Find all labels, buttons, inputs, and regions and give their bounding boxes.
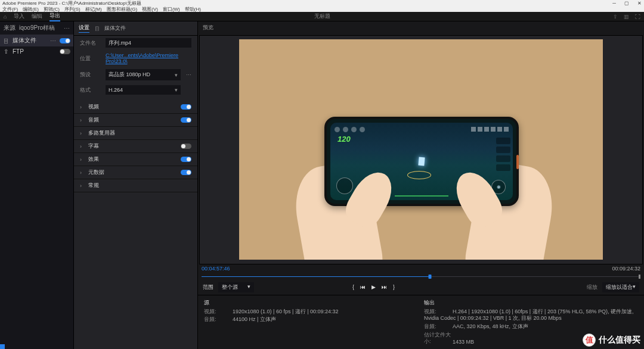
minimize-button[interactable]: ─ <box>612 1 616 6</box>
summary-panel: 源 视频:1920x1080 (1.0) | 60 fps | 递行 | 00:… <box>198 295 644 349</box>
status-indicator <box>0 344 5 349</box>
tab-import[interactable]: 导入 <box>14 13 24 21</box>
play-icon[interactable]: ▶ <box>371 284 376 290</box>
output-audio-summary: AAC, 320 Kbps, 48 kHz, 立体声 <box>453 323 528 329</box>
project-title: 无标题 <box>314 13 330 20</box>
group-audio[interactable]: › 音频 <box>74 114 197 127</box>
preset-label: 预设 <box>80 71 101 79</box>
settings-tab-settings[interactable]: 设置 <box>79 24 89 33</box>
preview-label: 预览 <box>203 24 213 32</box>
export-icon: ⌸ <box>95 26 98 32</box>
settings-tab-media[interactable]: 媒体文件 <box>104 24 126 32</box>
chevron-right-icon: › <box>80 170 85 176</box>
menu-edit[interactable]: 编辑(E) <box>20 6 41 13</box>
filename-input[interactable] <box>106 38 191 48</box>
timecode-duration: 00:09:24:32 <box>612 266 640 272</box>
group-toggle[interactable] <box>181 170 191 175</box>
preview-viewport[interactable]: 120 ❋ 2.5 <box>199 35 643 264</box>
group-toggle[interactable] <box>181 117 191 123</box>
menu-graphics[interactable]: 图形和标题(G) <box>104 6 140 13</box>
chevron-right-icon: › <box>80 157 85 163</box>
mark-in-icon[interactable]: { <box>352 284 354 290</box>
chevron-right-icon: › <box>80 117 85 123</box>
format-label: 格式 <box>80 86 101 94</box>
source-audio-summary: 44100 Hz | 立体声 <box>233 316 276 322</box>
source-more-icon[interactable]: ⋯ <box>64 25 70 32</box>
tab-edit[interactable]: 编辑 <box>32 13 42 21</box>
chevron-right-icon: › <box>80 183 85 189</box>
menu-sequence[interactable]: 序列(S) <box>62 6 83 13</box>
source-item-toggle[interactable] <box>60 38 70 43</box>
scale-label: 缩放 <box>587 283 597 291</box>
step-back-icon[interactable]: ⏮ <box>360 284 366 290</box>
ftp-icon: ⇪ <box>3 49 9 55</box>
source-item-more-icon[interactable]: ⋯ <box>50 38 56 44</box>
menu-file[interactable]: 文件(F) <box>0 6 20 13</box>
step-forward-icon[interactable]: ⏭ <box>382 284 387 290</box>
group-general[interactable]: › 常规 <box>74 179 197 192</box>
source-video-summary: 1920x1080 (1.0) | 60 fps | 递行 | 00:09:24… <box>233 309 339 314</box>
format-select[interactable]: H.264 ▾ <box>106 85 181 95</box>
group-effects[interactable]: › 效果 <box>74 153 197 166</box>
fullscreen-icon[interactable]: ⛶ <box>635 14 640 20</box>
group-mux[interactable]: › 多路复用器 <box>74 127 197 140</box>
workspace-nav: ⌂ 导入 编辑 导出 无标题 ⇪ ▥ ⛶ <box>0 12 644 21</box>
group-toggle[interactable] <box>181 144 191 149</box>
range-label: 范围 <box>203 283 213 291</box>
output-summary-header: 输出 <box>424 299 638 307</box>
chevron-down-icon: ▾ <box>633 283 636 291</box>
filename-label: 文件名 <box>80 39 101 47</box>
chevron-down-icon: ▾ <box>175 72 178 78</box>
watermark-icon: 值 <box>583 334 596 347</box>
source-item-toggle[interactable] <box>60 49 70 54</box>
close-button[interactable]: ✕ <box>637 1 642 6</box>
chevron-right-icon: › <box>80 130 85 136</box>
scale-select[interactable]: 缩放以适合▾ <box>602 282 639 292</box>
maximize-button[interactable]: ▢ <box>624 1 629 6</box>
source-label: 来源 <box>4 24 16 32</box>
source-item-media[interactable]: ⌸ 媒体文件 ⋯ <box>0 35 73 46</box>
chevron-down-icon: ▾ <box>175 87 178 93</box>
estimated-size: 1433 MB <box>453 338 474 344</box>
media-file-icon: ⌸ <box>3 38 9 43</box>
window-titlebar: Adobe Premiere Pro 2023 - C:\用户\Administ… <box>0 0 644 6</box>
home-icon[interactable]: ⌂ <box>4 14 7 20</box>
group-video[interactable]: › 视频 <box>74 101 197 114</box>
preset-more-icon[interactable]: ⋯ <box>185 72 191 78</box>
menu-view[interactable]: 视图(V) <box>140 6 160 13</box>
workspace-icon[interactable]: ▥ <box>624 14 629 20</box>
chevron-right-icon: › <box>80 104 85 110</box>
group-toggle[interactable] <box>181 104 191 110</box>
menu-window[interactable]: 窗口(W) <box>160 6 182 13</box>
playhead[interactable] <box>428 275 431 279</box>
location-link[interactable]: C:\User...ents\Adobe\Premiere Pro\23.0\ <box>106 52 191 64</box>
chevron-down-icon: ▾ <box>247 283 250 291</box>
settings-panel: 设置 ⌸ 媒体文件 文件名 位置 C:\User...ents\Adobe\Pr… <box>74 21 198 349</box>
scrub-bar[interactable] <box>202 274 640 279</box>
source-panel: 来源 iqoo9Pro样稿 ⋯ ⌸ 媒体文件 ⋯ ⇪ FTP <box>0 21 74 349</box>
quick-export-icon[interactable]: ⇪ <box>613 14 618 20</box>
watermark-text: 什么值得买 <box>599 335 640 345</box>
menu-marker[interactable]: 标记(M) <box>83 6 104 13</box>
source-summary-header: 源 <box>204 299 418 307</box>
group-metadata[interactable]: › 元数据 <box>74 166 197 179</box>
source-item-label: 媒体文件 <box>13 36 36 45</box>
preset-select[interactable]: 高品质 1080p HD ▾ <box>106 69 181 80</box>
chevron-right-icon: › <box>80 144 85 149</box>
range-select[interactable]: 整个源▾ <box>218 282 254 292</box>
source-item-ftp[interactable]: ⇪ FTP <box>0 46 73 57</box>
group-captions[interactable]: › 字幕 <box>74 140 197 153</box>
menu-bar: 文件(F) 编辑(E) 剪辑(C) 序列(S) 标记(M) 图形和标题(G) 视… <box>0 6 644 12</box>
tab-export[interactable]: 导出 <box>49 12 60 21</box>
fps-counter: 120 <box>338 135 351 144</box>
preview-frame: 120 ❋ 2.5 <box>239 39 603 260</box>
source-item-label: FTP <box>13 48 24 55</box>
mark-out-icon[interactable]: } <box>393 284 395 290</box>
timecode-current[interactable]: 00:04:57:46 <box>202 266 230 272</box>
location-label: 位置 <box>80 55 101 63</box>
watermark: 值 什么值得买 <box>583 334 640 347</box>
group-toggle[interactable] <box>181 157 191 162</box>
output-video-summary: H.264 | 1920x1080 (1.0) | 60fps | 递行 | 2… <box>424 309 634 322</box>
menu-help[interactable]: 帮助(H) <box>182 6 203 13</box>
source-project: iqoo9Pro样稿 <box>19 24 55 32</box>
